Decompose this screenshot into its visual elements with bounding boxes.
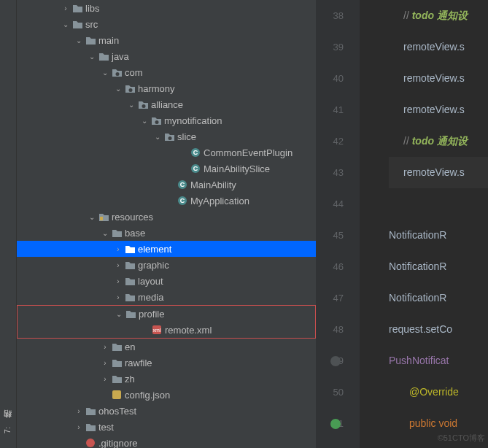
chevron-down-icon[interactable]: ⌄ bbox=[87, 213, 97, 221]
tree-item-test[interactable]: ›test bbox=[17, 419, 316, 435]
chevron-down-icon[interactable]: ⌄ bbox=[139, 117, 150, 125]
chevron-right-icon[interactable]: › bbox=[74, 407, 84, 415]
tree-item-label: harmony bbox=[136, 83, 175, 94]
tree-item-src[interactable]: ⌄src bbox=[17, 16, 316, 32]
code-token: PushNotificat bbox=[389, 355, 449, 366]
tree-item-mainabilityslice[interactable]: CMainAbilitySlice bbox=[17, 161, 316, 177]
code-area[interactable]: // todo 通知设remoteView.sremoteView.sremot… bbox=[360, 0, 488, 448]
chevron-right-icon[interactable]: › bbox=[113, 293, 123, 301]
chevron-down-icon[interactable]: ⌄ bbox=[126, 101, 136, 109]
code-line[interactable]: // todo 通知设 bbox=[389, 125, 488, 157]
tree-item-label: libs bbox=[84, 3, 100, 14]
code-line[interactable]: request.setCo bbox=[389, 314, 488, 345]
chevron-down-icon[interactable]: ⌄ bbox=[100, 69, 110, 77]
gutter-mark-icon[interactable] bbox=[330, 356, 341, 366]
svg-text:C: C bbox=[180, 181, 185, 188]
tree-item-element[interactable]: ›element bbox=[17, 241, 316, 257]
line-number: 42 bbox=[316, 125, 344, 157]
chevron-right-icon[interactable]: › bbox=[113, 261, 123, 269]
tree-item-slice[interactable]: ⌄slice bbox=[17, 128, 316, 144]
code-line[interactable]: remoteView.s bbox=[389, 157, 488, 188]
chevron-right-icon[interactable]: › bbox=[100, 375, 110, 383]
tree-item-harmony[interactable]: ⌄harmony bbox=[17, 80, 316, 96]
chevron-down-icon[interactable]: ⌄ bbox=[87, 53, 97, 61]
chevron-right-icon[interactable]: › bbox=[61, 4, 71, 12]
tree-item-config-json[interactable]: config.json bbox=[17, 387, 316, 403]
tree-item-rawfile[interactable]: ›rawfile bbox=[17, 355, 316, 371]
chevron-down-icon[interactable]: ⌄ bbox=[74, 36, 84, 45]
json-icon bbox=[110, 390, 123, 400]
code-line[interactable]: remoteView.s bbox=[389, 31, 488, 63]
svg-text:C: C bbox=[180, 197, 185, 204]
code-line[interactable]: @Override bbox=[389, 376, 488, 408]
line-number: 45 bbox=[316, 220, 344, 251]
svg-rect-13 bbox=[100, 217, 103, 220]
tree-item-mynotification[interactable]: ⌄mynotification bbox=[17, 112, 316, 128]
code-line[interactable]: NotificationR bbox=[389, 282, 488, 314]
tree-item-main[interactable]: ⌄main bbox=[17, 32, 316, 48]
package-icon bbox=[110, 68, 123, 77]
tree-item-ohostest[interactable]: ›ohosTest bbox=[17, 403, 316, 419]
tree-item-libs[interactable]: ›libs bbox=[17, 0, 316, 16]
tree-item-label: ohosTest bbox=[97, 406, 136, 417]
tree-item-mainability[interactable]: CMainAbility bbox=[17, 177, 316, 193]
chevron-right-icon[interactable]: › bbox=[113, 245, 123, 253]
code-line[interactable]: // todo 通知设 bbox=[389, 0, 488, 31]
gutter-mark-icon[interactable] bbox=[330, 419, 341, 429]
tree-item-label: alliance bbox=[150, 99, 183, 110]
code-editor[interactable]: 383940414243444546474849505152 // todo 通… bbox=[316, 0, 488, 448]
code-token: remoteView.s bbox=[403, 104, 465, 115]
chevron-down-icon[interactable]: ⌄ bbox=[152, 133, 163, 141]
structure-tool-label[interactable]: 7: 结构 bbox=[2, 425, 13, 433]
code-line[interactable]: NotificationR bbox=[389, 251, 488, 282]
line-number: 51 bbox=[316, 408, 344, 439]
line-number: 52 bbox=[316, 439, 344, 448]
class-icon: C bbox=[176, 179, 189, 190]
tree-item-label: en bbox=[123, 341, 135, 352]
folder-icon bbox=[84, 36, 97, 45]
code-line[interactable]: NotificationR bbox=[389, 220, 488, 251]
code-token: todo 通知设 bbox=[412, 135, 468, 147]
tree-item-java[interactable]: ⌄java bbox=[17, 48, 316, 64]
chevron-right-icon[interactable]: › bbox=[74, 423, 84, 431]
editor-gutter: 383940414243444546474849505152 bbox=[316, 0, 360, 448]
code-token: remoteView.s bbox=[403, 72, 465, 84]
tree-item-en[interactable]: ›en bbox=[17, 339, 316, 355]
project-tree[interactable]: ›libs⌄src⌄main⌄java⌄com⌄harmony⌄alliance… bbox=[17, 0, 316, 448]
tree-item-base[interactable]: ⌄base bbox=[17, 225, 316, 241]
code-line[interactable]: PushNotificat bbox=[389, 345, 488, 376]
chevron-down-icon[interactable]: ⌄ bbox=[114, 310, 124, 318]
tree-item-remote-xml[interactable]: xmlremote.xml bbox=[18, 322, 315, 338]
package-icon bbox=[123, 84, 136, 93]
chevron-right-icon[interactable]: › bbox=[113, 277, 123, 285]
tree-item-label: element bbox=[136, 244, 171, 255]
tool-window-bar[interactable]: 7: 结构 bbox=[0, 0, 17, 448]
svg-point-2 bbox=[142, 104, 145, 108]
package-icon bbox=[150, 116, 163, 125]
chevron-down-icon[interactable]: ⌄ bbox=[113, 85, 123, 93]
tree-item-graphic[interactable]: ›graphic bbox=[17, 257, 316, 273]
folder-icon bbox=[97, 52, 110, 61]
chevron-right-icon[interactable]: › bbox=[100, 343, 110, 351]
tree-item-com[interactable]: ⌄com bbox=[17, 64, 316, 80]
tree-item-zh[interactable]: ›zh bbox=[17, 371, 316, 387]
tree-item-label: rawfile bbox=[123, 358, 152, 368]
chevron-down-icon[interactable]: ⌄ bbox=[61, 20, 71, 28]
tree-item-profile[interactable]: ⌄profile bbox=[18, 306, 315, 322]
chevron-down-icon[interactable]: ⌄ bbox=[100, 229, 110, 237]
tree-item-myapplication[interactable]: CMyApplication bbox=[17, 193, 316, 209]
code-line[interactable] bbox=[389, 188, 488, 220]
tree-item-alliance[interactable]: ⌄alliance bbox=[17, 96, 316, 112]
code-line[interactable]: remoteView.s bbox=[389, 94, 488, 125]
tree-item-media[interactable]: ›media bbox=[17, 289, 316, 305]
folder-icon bbox=[123, 244, 136, 254]
code-line[interactable]: remoteView.s bbox=[389, 63, 488, 94]
tree-item-commoneventplugin[interactable]: CCommonEventPlugin bbox=[17, 144, 316, 161]
line-number: 50 bbox=[316, 376, 344, 408]
code-token: remoteView.s bbox=[403, 41, 465, 53]
tree-item--gitignore[interactable]: .gitignore bbox=[17, 435, 316, 448]
tree-item-layout[interactable]: ›layout bbox=[17, 273, 316, 289]
tree-item-resources[interactable]: ⌄resources bbox=[17, 209, 316, 225]
tree-item-label: MainAbility bbox=[189, 179, 236, 190]
chevron-right-icon[interactable]: › bbox=[100, 359, 110, 367]
